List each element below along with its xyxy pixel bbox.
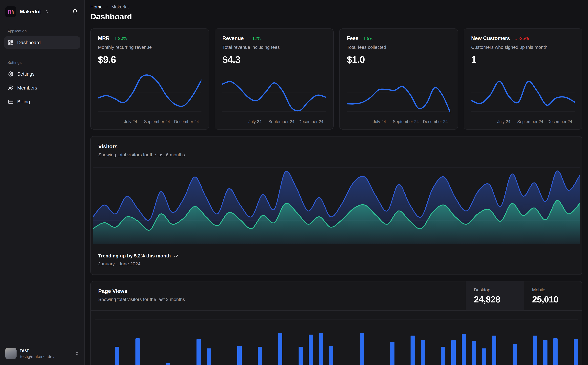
stat-description: Total revenue including fees	[222, 45, 326, 50]
sidebar-item-settings[interactable]: Settings	[4, 68, 80, 80]
bar	[533, 336, 537, 365]
bar	[237, 346, 242, 365]
page-views-panel: Page Views Showing total visitors for th…	[90, 281, 582, 365]
chevrons-up-down-icon	[44, 9, 49, 14]
bar	[472, 341, 476, 365]
breadcrumb-home-link[interactable]: Home	[90, 4, 103, 10]
x-axis-label: July 24	[249, 119, 262, 124]
sidebar-item-label: Settings	[17, 71, 35, 77]
page-views-subtitle: Showing total visitors for the last 3 mo…	[98, 297, 458, 302]
bar	[329, 346, 333, 365]
x-axis-label: July 24	[124, 119, 137, 124]
stat-card-fees: Fees ↑ 9% Total fees collected $1.0 July…	[339, 28, 458, 130]
stat-card-mrr: MRR ↑ 20% Monthly recurring revenue $9.6…	[90, 28, 209, 130]
users-icon	[8, 85, 14, 91]
bar	[543, 340, 547, 365]
arrow-up-icon: ↑	[115, 36, 117, 41]
stat-card-revenue: Revenue ↑ 12% Total revenue including fe…	[215, 28, 333, 130]
sidebar-item-label: Billing	[17, 99, 30, 105]
bar	[309, 335, 313, 365]
stat-title: Fees	[347, 35, 359, 41]
page-title: Dashboard	[90, 12, 582, 21]
trend-badge: ↑ 9%	[363, 36, 374, 41]
trending-up-icon	[173, 253, 178, 259]
workspace-logo: m	[5, 6, 16, 17]
breadcrumb: Home Makerkit	[90, 4, 582, 10]
bar	[462, 334, 466, 365]
bar	[390, 342, 394, 365]
bar	[360, 333, 364, 365]
page-views-bar-chart	[95, 312, 578, 365]
bar	[258, 347, 262, 365]
user-name: test	[20, 348, 55, 353]
arrow-up-icon: ↑	[249, 36, 251, 41]
stat-description: Monthly recurring revenue	[98, 45, 201, 50]
bar	[482, 348, 486, 365]
stat-value: $4.3	[222, 54, 326, 65]
x-axis-label: December 24	[423, 119, 448, 124]
chevron-right-icon	[105, 5, 109, 9]
x-axis-label: July 24	[373, 119, 386, 124]
desktop-toggle[interactable]: Desktop 24,828	[466, 281, 524, 310]
bar	[196, 339, 201, 365]
x-axis-label: December 24	[298, 119, 323, 124]
stat-title: Revenue	[222, 35, 244, 41]
x-axis-label: December 24	[174, 119, 199, 124]
bar	[298, 347, 303, 365]
sidebar-section-settings: Settings	[7, 60, 80, 65]
main-content: Home Makerkit Dashboard MRR ↑ 20% Monthl…	[85, 0, 588, 365]
user-email: test@makerkit.dev	[20, 354, 55, 359]
revenue-sparkline-chart: July 24September 24December 24	[222, 71, 326, 126]
credit-card-icon	[8, 99, 14, 105]
bar	[441, 347, 445, 365]
bar	[278, 333, 282, 365]
x-axis-label: September 24	[144, 119, 170, 124]
stat-card-new-customers: New Customers ↓ -25% Customers who signe…	[463, 28, 582, 130]
visitors-subtitle: Showing total visitors for the last 6 mo…	[98, 152, 574, 158]
bar	[115, 347, 119, 365]
bar	[135, 338, 140, 365]
x-axis-label: September 24	[269, 119, 294, 124]
trend-badge: ↑ 12%	[249, 36, 261, 41]
x-axis-label: September 24	[517, 119, 543, 124]
bar	[207, 348, 211, 365]
x-axis-label: July 24	[497, 119, 510, 124]
mrr-sparkline-chart: July 24September 24December 24	[98, 71, 201, 126]
bar	[553, 338, 558, 365]
visitors-area-chart	[93, 166, 580, 244]
stat-title: New Customers	[471, 35, 510, 41]
bar	[512, 344, 517, 365]
stat-description: Total fees collected	[347, 45, 450, 50]
new-customers-sparkline-chart: July 24September 24December 24	[471, 71, 575, 126]
sidebar-section-application: Application	[7, 29, 80, 33]
visitors-title: Visitors	[98, 143, 574, 150]
settings-icon	[8, 71, 14, 77]
sidebar-item-members[interactable]: Members	[4, 82, 80, 94]
sidebar-item-dashboard[interactable]: Dashboard	[4, 36, 80, 49]
mobile-toggle[interactable]: Mobile 25,010	[524, 281, 582, 310]
visitors-date-range: January - June 2024	[98, 261, 574, 267]
workspace-name: Makerkit	[20, 9, 41, 15]
avatar	[5, 348, 17, 359]
bar	[492, 336, 496, 365]
trend-badge: ↑ 20%	[115, 36, 127, 41]
sidebar-item-label: Members	[17, 85, 37, 91]
bar	[451, 340, 456, 365]
bar	[410, 336, 415, 365]
sidebar-item-label: Dashboard	[17, 40, 41, 45]
stats-grid: MRR ↑ 20% Monthly recurring revenue $9.6…	[90, 28, 582, 130]
stat-description: Customers who signed up this month	[471, 45, 575, 50]
sidebar-item-billing[interactable]: Billing	[4, 96, 80, 108]
stat-value: 1	[471, 54, 575, 65]
mobile-label: Mobile	[532, 288, 574, 293]
arrow-down-icon: ↓	[515, 36, 517, 41]
bar	[574, 339, 578, 365]
breadcrumb-current: Makerkit	[111, 4, 129, 10]
stat-title: MRR	[98, 35, 110, 41]
bar	[319, 333, 323, 365]
bell-icon[interactable]	[71, 8, 79, 16]
desktop-value: 24,828	[474, 294, 516, 304]
user-menu[interactable]: test test@makerkit.dev	[4, 347, 80, 360]
sidebar: m Makerkit Application Dashboard Setting…	[0, 0, 85, 365]
workspace-switcher[interactable]: m Makerkit	[4, 5, 80, 19]
